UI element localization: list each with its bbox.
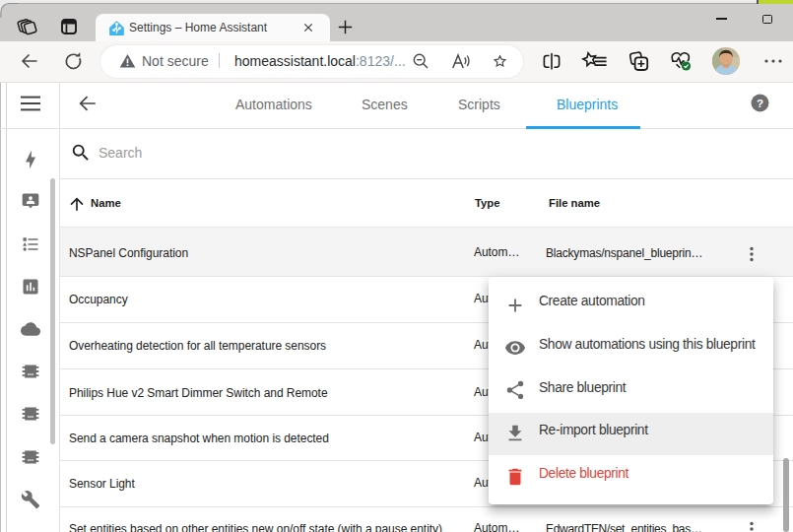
svg-text:?: ? bbox=[757, 98, 763, 109]
